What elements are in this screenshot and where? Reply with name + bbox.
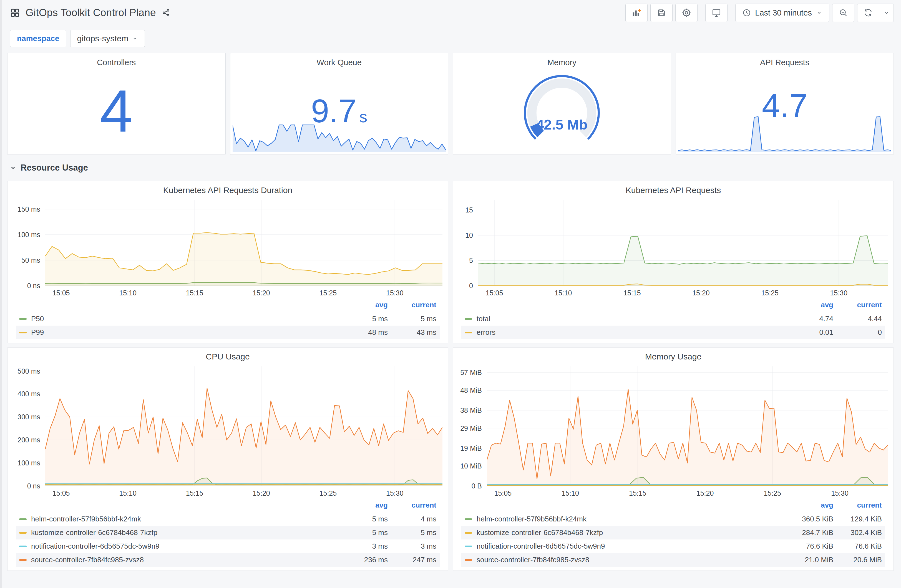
y-tick-label: 200 ms [17,436,40,444]
legend-column-current[interactable]: current [388,501,436,510]
legend-series-label[interactable]: notification-controller-6d56575dc-5w9n9 [31,542,160,551]
dashboard-title[interactable]: GitOps Toolkit Control Plane [25,7,156,19]
zoom-out-button[interactable] [832,4,854,22]
y-tick-label: 500 ms [17,367,40,375]
controllers-value: 4 [8,81,225,141]
legend-current-value: 76.6 KiB [833,542,882,551]
legend-series-name[interactable]: kustomize-controller-6c6784b468-7kzfp [19,528,339,537]
apps-icon[interactable] [10,8,20,18]
x-tick-label: 15:25 [761,289,779,297]
memory-gauge: 42.5 Mb [516,70,608,148]
legend-header: avgcurrent [16,500,440,512]
y-tick-label: 300 ms [17,413,40,421]
x-tick-label: 15:15 [186,489,203,497]
x-tick-label: 15:05 [486,289,503,297]
legend-series-label[interactable]: helm-controller-57f9b56bbf-k24mk [477,515,586,523]
legend-current-value: 302.4 KiB [833,528,882,537]
plot-area [45,200,443,286]
time-range-picker[interactable]: Last 30 minutes [735,4,829,22]
y-axis: 0 B10 MiB19 MiB29 MiB38 MiB48 MiB57 MiB [458,366,487,486]
legend-column-current[interactable]: current [833,301,882,309]
legend-series-label[interactable]: kustomize-controller-6c6784b468-7kzfp [477,528,603,537]
legend-column-avg[interactable]: avg [785,501,833,510]
api-requests-value: 4.7 [676,89,894,122]
add-panel-icon [631,8,641,18]
x-tick-label: 15:30 [386,489,404,497]
legend-row: P505 ms5 ms [16,312,440,326]
plot-area [487,366,888,486]
legend-column-current[interactable]: current [388,301,436,309]
y-tick-label: 0 B [471,482,482,490]
legend-column-current[interactable]: current [833,501,882,510]
x-tick-label: 15:15 [624,289,641,297]
time-range-label: Last 30 minutes [755,8,812,17]
section-resource-usage[interactable]: Resource Usage [7,159,894,177]
legend-series-label[interactable]: P50 [31,314,44,323]
legend-row: total4.744.44 [461,312,885,326]
legend-series-label[interactable]: helm-controller-57f9b56bbf-k24mk [31,515,141,523]
legend-series-name[interactable]: helm-controller-57f9b56bbf-k24mk [465,515,785,523]
legend-series-label[interactable]: P99 [31,328,44,337]
legend-header: avgcurrent [16,300,440,312]
panel-memory-usage: Memory Usage 0 B10 MiB19 MiB29 MiB38 MiB… [453,347,894,571]
refresh-interval-dropdown[interactable] [879,4,894,22]
refresh-button[interactable] [857,4,879,22]
legend-series-color [465,559,472,561]
legend-series-label[interactable]: errors [477,328,496,337]
legend-series-name[interactable]: source-controller-7fb84fc985-zvsz8 [19,555,339,564]
dashboard-settings-button[interactable] [675,4,698,22]
legend-series-name[interactable]: source-controller-7fb84fc985-zvsz8 [465,555,785,564]
y-axis: 0 ns100 ms200 ms300 ms400 ms500 ms [13,366,45,486]
legend-row: notification-controller-6d56575dc-5w9n93… [16,540,440,553]
legend-row: kustomize-controller-6c6784b468-7kzfp284… [461,526,885,540]
legend-series-label[interactable]: source-controller-7fb84fc985-zvsz8 [31,555,144,564]
legend-column-avg[interactable]: avg [339,301,388,309]
legend-series-name[interactable]: total [465,314,785,323]
legend-series-name[interactable]: helm-controller-57f9b56bbf-k24mk [19,515,339,523]
legend-series-name[interactable]: errors [465,328,785,337]
legend-avg-value: 5 ms [339,515,388,523]
panel-work-queue: Work Queue 9.7s [230,53,449,155]
panel-title[interactable]: CPU Usage [13,352,443,366]
y-tick-label: 50 ms [21,256,40,264]
left-edge-strip [0,0,2,588]
legend-avg-value: 21.0 MiB [785,555,833,564]
legend-column-avg[interactable]: avg [785,301,833,309]
panel-title[interactable]: Kubernetes API Requests Duration [13,185,443,200]
legend-avg-value: 5 ms [339,528,388,537]
legend-series-name[interactable]: notification-controller-6d56575dc-5w9n9 [19,542,339,551]
collapse-icon [9,164,17,171]
legend-series-name[interactable]: P50 [19,314,339,323]
chevron-down-icon [816,9,823,16]
variable-label-namespace: namespace [10,30,66,47]
x-tick-label: 15:05 [53,289,70,297]
share-icon[interactable] [162,8,170,17]
panel-title[interactable]: Memory [453,58,671,67]
panel-cpu-usage: CPU Usage 0 ns100 ms200 ms300 ms400 ms50… [7,347,448,571]
add-panel-button[interactable] [625,4,648,22]
x-tick-label: 15:20 [253,489,270,497]
x-tick-label: 15:20 [253,289,270,297]
legend-column-avg[interactable]: avg [339,501,388,510]
legend-series-name[interactable]: P99 [19,328,339,337]
panel-title[interactable]: API Requests [676,58,894,67]
y-tick-label: 57 MiB [460,368,482,376]
cpu-chart: 0 ns100 ms200 ms300 ms400 ms500 ms15:051… [13,366,443,499]
save-dashboard-button[interactable] [650,4,673,22]
legend-avg-value: 3 ms [339,542,388,551]
legend-current-value: 129.4 KiB [833,515,882,523]
legend-series-name[interactable]: notification-controller-6d56575dc-5w9n9 [465,542,785,551]
legend-series-label[interactable]: total [477,314,490,323]
legend-series-color [465,318,472,320]
panel-title[interactable]: Work Queue [231,58,448,67]
cycle-view-button[interactable] [705,4,728,22]
panel-title[interactable]: Kubernetes API Requests [458,185,888,200]
legend-series-name[interactable]: kustomize-controller-6c6784b468-7kzfp [465,528,785,537]
legend-series-label[interactable]: kustomize-controller-6c6784b468-7kzfp [31,528,157,537]
legend-series-label[interactable]: notification-controller-6d56575dc-5w9n9 [477,542,605,551]
panel-title[interactable]: Memory Usage [458,352,888,366]
variable-value-dropdown[interactable]: gitops-system [70,30,145,47]
panel-title[interactable]: Controllers [8,58,225,67]
legend-series-label[interactable]: source-controller-7fb84fc985-zvsz8 [477,555,589,564]
stats-row: Controllers 4 Work Queue 9.7s Memory 42.… [7,53,894,155]
